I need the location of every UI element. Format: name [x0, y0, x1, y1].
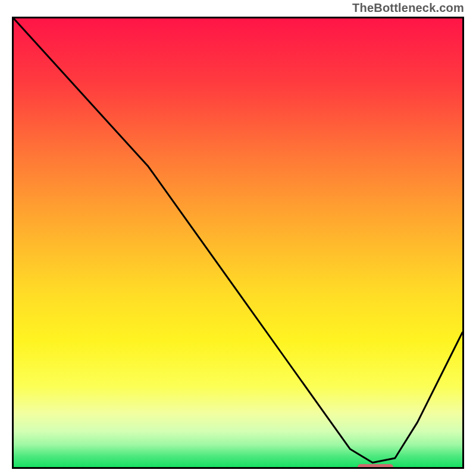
- optimal-range-marker: [358, 464, 394, 469]
- chart-container: TheBottleneck.com: [0, 0, 476, 476]
- bottleneck-curve: [14, 18, 462, 467]
- plot-area: [12, 17, 464, 469]
- attribution-text: TheBottleneck.com: [352, 1, 464, 15]
